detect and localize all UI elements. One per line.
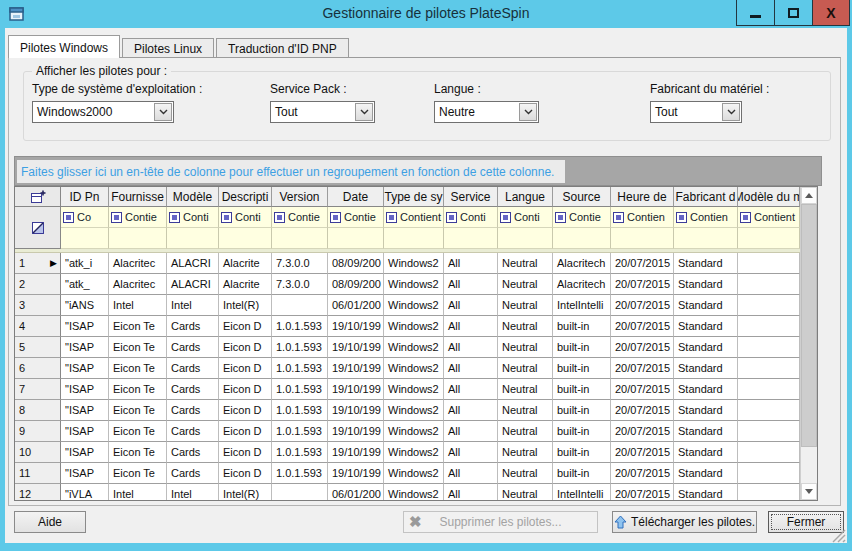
grid-cell[interactable]: Eicon Te <box>109 400 167 421</box>
column-header-2[interactable]: Fournisse <box>109 187 167 207</box>
filter-condition-icon[interactable] <box>274 212 285 223</box>
grid-cell[interactable]: built-in <box>553 400 611 421</box>
row-header-2[interactable]: 2 <box>15 274 61 295</box>
filter-condition-icon[interactable] <box>111 212 122 223</box>
scroll-up-button[interactable] <box>801 187 817 204</box>
grid-cell[interactable]: "atk_i <box>61 253 109 274</box>
grid-cell[interactable]: Standard <box>674 358 738 379</box>
grid-cell[interactable]: Intel(R) <box>219 484 272 500</box>
filter-input-cell-13[interactable] <box>738 228 800 249</box>
grid-cell[interactable]: IntelIntelli <box>553 484 611 500</box>
row-header-4[interactable]: 4 <box>15 316 61 337</box>
grid-cell[interactable]: Cards <box>167 379 219 400</box>
grid-cell[interactable]: "ISAP <box>61 400 109 421</box>
grid-cell[interactable]: 1.0.1.593 <box>272 463 328 484</box>
grid-cell[interactable]: Standard <box>674 337 738 358</box>
grid-cell[interactable]: All <box>444 274 498 295</box>
filter-cell-13[interactable]: Contient <box>738 207 800 228</box>
grid-cell[interactable]: Eicon Te <box>109 463 167 484</box>
grid-cell[interactable] <box>738 379 800 400</box>
grid-cell[interactable]: Neutral <box>498 274 553 295</box>
resize-grip[interactable] <box>832 529 846 543</box>
grid-cell[interactable]: Eicon D <box>219 316 272 337</box>
column-header-1[interactable]: ID Pn <box>61 187 109 207</box>
grid-cell[interactable]: built-in <box>553 316 611 337</box>
filter-input-cell-1[interactable] <box>61 228 109 249</box>
grid-cell[interactable]: Standard <box>674 253 738 274</box>
grid-cell[interactable]: Eicon Te <box>109 316 167 337</box>
grid-cell[interactable]: Windows2 <box>384 274 444 295</box>
grid-cell[interactable] <box>738 421 800 442</box>
grid-cell[interactable]: 20/07/2015 <box>611 274 674 295</box>
grid-cell[interactable]: Neutral <box>498 463 553 484</box>
vertical-scrollbar[interactable] <box>800 187 817 500</box>
grid-cell[interactable]: 19/10/199 <box>328 316 384 337</box>
grid-cell[interactable]: All <box>444 379 498 400</box>
grid-cell[interactable]: "ISAP <box>61 316 109 337</box>
filter-cell-3[interactable]: Conti <box>167 207 219 228</box>
grid-cell[interactable]: 1.0.1.593 <box>272 442 328 463</box>
grid-cell[interactable]: Windows2 <box>384 295 444 316</box>
grid-cell[interactable]: built-in <box>553 337 611 358</box>
grid-cell[interactable]: 19/10/199 <box>328 337 384 358</box>
column-header-13[interactable]: Modèle du m <box>738 187 800 207</box>
row-header-12[interactable]: 12 <box>15 484 61 500</box>
row-header-7[interactable]: 7 <box>15 379 61 400</box>
grid-cell[interactable]: Standard <box>674 379 738 400</box>
row-header-11[interactable]: 11 <box>15 463 61 484</box>
grid-cell[interactable]: 19/10/199 <box>328 400 384 421</box>
grid-cell[interactable]: All <box>444 337 498 358</box>
grid-cell[interactable]: Windows2 <box>384 484 444 500</box>
grid-cell[interactable]: All <box>444 484 498 500</box>
close-window-button[interactable]: X <box>812 0 850 26</box>
grid-cell[interactable]: Cards <box>167 421 219 442</box>
grid-cell[interactable] <box>738 358 800 379</box>
grid-cell[interactable]: Alacritech <box>553 253 611 274</box>
grid-cell[interactable]: Neutral <box>498 442 553 463</box>
grid-cell[interactable]: Windows2 <box>384 358 444 379</box>
grid-cell[interactable] <box>738 337 800 358</box>
os-type-select[interactable]: Windows2000 <box>32 101 174 123</box>
grid-cell[interactable]: "ISAP <box>61 463 109 484</box>
filter-cell-11[interactable]: Contien <box>611 207 674 228</box>
column-header-5[interactable]: Version <box>272 187 328 207</box>
filter-input-cell-9[interactable] <box>498 228 553 249</box>
delete-drivers-button[interactable]: ✖ Supprimer les pilotes... <box>403 511 598 533</box>
grid-cell[interactable]: 20/07/2015 <box>611 253 674 274</box>
grid-cell[interactable] <box>272 484 328 500</box>
grid-cell[interactable]: Eicon Te <box>109 337 167 358</box>
filter-condition-icon[interactable] <box>330 212 341 223</box>
grid-cell[interactable]: built-in <box>553 442 611 463</box>
grid-cell[interactable]: Eicon D <box>219 421 272 442</box>
filter-cell-9[interactable]: Conti <box>498 207 553 228</box>
grid-cell[interactable]: All <box>444 316 498 337</box>
grid-cell[interactable]: Alacritec <box>109 253 167 274</box>
grid-cell[interactable]: "atk_ <box>61 274 109 295</box>
grid-cell[interactable]: ALACRI <box>167 274 219 295</box>
grid-cell[interactable]: 1.0.1.593 <box>272 358 328 379</box>
chevron-down-icon[interactable] <box>154 103 172 121</box>
grid-cell[interactable]: Intel <box>109 295 167 316</box>
filter-cell-8[interactable]: Conti <box>444 207 498 228</box>
grid-cell[interactable]: 1.0.1.593 <box>272 337 328 358</box>
filter-cell-6[interactable]: Contie <box>328 207 384 228</box>
grid-cell[interactable]: Intel <box>109 484 167 500</box>
grid-cell[interactable]: 08/09/200 <box>328 253 384 274</box>
grid-cell[interactable]: 19/10/199 <box>328 442 384 463</box>
grid-cell[interactable]: Alacritech <box>553 274 611 295</box>
grid-cell[interactable]: Neutral <box>498 295 553 316</box>
column-header-8[interactable]: Service <box>444 187 498 207</box>
upload-drivers-button[interactable]: Télécharger les pilotes. <box>612 511 757 533</box>
column-header-7[interactable]: Type de sy <box>384 187 444 207</box>
grid-cell[interactable] <box>738 463 800 484</box>
grid-cell[interactable]: All <box>444 400 498 421</box>
maximize-button[interactable] <box>774 0 812 26</box>
chevron-down-icon[interactable] <box>355 103 373 121</box>
filter-input-cell-6[interactable] <box>328 228 384 249</box>
grid-cell[interactable]: Eicon D <box>219 442 272 463</box>
filter-condition-icon[interactable] <box>169 212 180 223</box>
chevron-down-icon[interactable] <box>519 103 537 121</box>
filter-input-cell-8[interactable] <box>444 228 498 249</box>
row-header-8[interactable]: 8 <box>15 400 61 421</box>
grid-cell[interactable]: "ISAP <box>61 337 109 358</box>
